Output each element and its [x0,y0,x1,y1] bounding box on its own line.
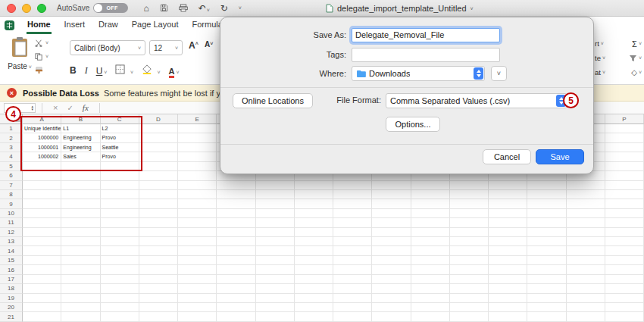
enter-entry-icon[interactable]: ✓ [67,104,73,112]
autosave-control[interactable]: AutoSave OFF [57,3,128,13]
autosave-toggle[interactable]: OFF [93,3,128,13]
cell-C6[interactable] [101,171,139,180]
cell-P3[interactable] [605,143,644,152]
cell-A14[interactable] [23,246,61,255]
cell-O13[interactable] [567,237,605,246]
cell-A3[interactable]: 1000001 [23,143,61,152]
insert-cells-button[interactable]: rt˅ [595,39,604,48]
cell-J10[interactable] [372,209,411,218]
cell-E16[interactable] [178,265,217,274]
cell-O21[interactable] [567,312,605,321]
cell-M8[interactable] [489,190,527,199]
cut-button[interactable]: ˅ [35,39,48,47]
cell-K19[interactable] [411,294,450,303]
cell-E18[interactable] [178,284,217,293]
cell-I9[interactable] [333,199,372,208]
cell-N18[interactable] [527,284,566,293]
cell-L19[interactable] [450,294,489,303]
cell-O15[interactable] [567,256,605,265]
cell-P9[interactable] [605,199,644,208]
cell-C1[interactable]: L2 [101,124,139,133]
cell-B2[interactable]: Engineering [61,133,100,142]
cell-J9[interactable] [372,199,411,208]
cell-H21[interactable] [295,312,333,321]
cell-B20[interactable] [61,303,100,312]
cell-N14[interactable] [527,246,566,255]
cell-D18[interactable] [139,284,178,293]
cell-F8[interactable] [217,190,255,199]
cell-E20[interactable] [178,303,217,312]
cell-G11[interactable] [256,218,295,227]
cell-I14[interactable] [333,246,372,255]
insert-function-icon[interactable]: fx [83,103,89,112]
cell-P16[interactable] [605,265,644,274]
cell-D14[interactable] [139,246,178,255]
cell-M11[interactable] [489,218,527,227]
cell-P10[interactable] [605,209,644,218]
cell-A16[interactable] [23,265,61,274]
cell-E8[interactable] [178,190,217,199]
cell-E6[interactable] [178,171,217,180]
cell-C17[interactable] [101,275,139,284]
cell-P4[interactable] [605,152,644,161]
row-header-5[interactable]: 5 [0,162,23,171]
row-header-14[interactable]: 14 [0,246,23,255]
cell-D15[interactable] [139,256,178,265]
cell-A11[interactable] [23,218,61,227]
row-header-12[interactable]: 12 [0,228,23,237]
cell-D17[interactable] [139,275,178,284]
cell-B3[interactable]: Engineering [61,143,100,152]
cell-K16[interactable] [411,265,450,274]
cell-B1[interactable]: L1 [61,124,100,133]
font-size-dropdown[interactable]: 12 ˅ [149,40,183,55]
cell-I21[interactable] [333,312,372,321]
column-header-E[interactable]: E [178,114,217,124]
cell-B18[interactable] [61,284,100,293]
cell-H20[interactable] [295,303,333,312]
cell-K10[interactable] [411,209,450,218]
cell-F12[interactable] [217,228,255,237]
cell-A4[interactable]: 1000002 [23,152,61,161]
tab-draw[interactable]: Draw [98,17,119,34]
cell-D1[interactable] [139,124,178,133]
cell-A7[interactable] [23,181,61,190]
cell-J14[interactable] [372,246,411,255]
cell-N10[interactable] [527,209,566,218]
cell-E1[interactable] [178,124,217,133]
decrease-font-size-button[interactable]: A˅ [205,40,213,55]
cell-B8[interactable] [61,190,100,199]
increase-font-size-button[interactable]: A˄ [189,40,199,55]
cell-P17[interactable] [605,275,644,284]
cell-A8[interactable] [23,190,61,199]
cell-E15[interactable] [178,256,217,265]
cell-B4[interactable]: Sales [61,152,100,161]
cell-J16[interactable] [372,265,411,274]
cell-F7[interactable] [217,181,255,190]
cell-J8[interactable] [372,190,411,199]
row-header-21[interactable]: 21 [0,312,23,321]
cell-N7[interactable] [527,181,566,190]
row-header-1[interactable]: 1 [0,124,23,133]
cell-E21[interactable] [178,312,217,321]
row-header-3[interactable]: 3 [0,143,23,152]
cell-I19[interactable] [333,294,372,303]
cell-M21[interactable] [489,312,527,321]
cell-F21[interactable] [217,312,255,321]
cell-L8[interactable] [450,190,489,199]
cell-C5[interactable] [101,162,139,171]
online-locations-button[interactable]: Online Locations [233,93,313,108]
cell-P15[interactable] [605,256,644,265]
cell-H19[interactable] [295,294,333,303]
cell-A12[interactable] [23,228,61,237]
cell-G13[interactable] [256,237,295,246]
cell-C15[interactable] [101,256,139,265]
cell-O16[interactable] [567,265,605,274]
sort-filter-button[interactable]: ˅ [629,55,642,62]
row-header-15[interactable]: 15 [0,256,23,265]
row-header-20[interactable]: 20 [0,303,23,312]
cell-J17[interactable] [372,275,411,284]
cell-O14[interactable] [567,246,605,255]
cell-D3[interactable] [139,143,178,152]
cell-C12[interactable] [101,228,139,237]
zoom-window-button[interactable] [37,4,46,13]
